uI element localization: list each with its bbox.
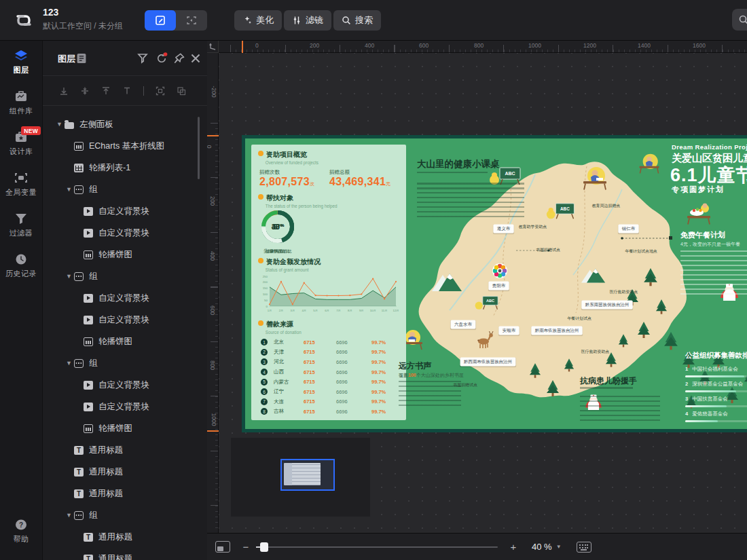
value-donations: 6715 — [304, 389, 336, 395]
search-button[interactable]: 搜索 — [333, 10, 381, 31]
value-donations: 6715 — [304, 409, 336, 415]
app-logo-icon[interactable] — [12, 10, 35, 31]
paragraph-placeholder — [580, 396, 660, 422]
paragraph-placeholder — [680, 250, 747, 295]
layer-tree-item[interactable]: ▼ 通用标题 — [43, 483, 207, 504]
svg-text:3月: 3月 — [291, 309, 295, 312]
align-bottom-icon[interactable] — [59, 86, 69, 96]
layer-tree-item[interactable]: ▼ 自定义背景块 — [43, 374, 207, 396]
zoom-in-button[interactable]: + — [509, 541, 518, 553]
text-align-icon[interactable] — [122, 86, 132, 96]
zoom-slider-handle[interactable] — [260, 542, 268, 552]
sidebar-item-help[interactable]: ? 帮助 — [0, 510, 42, 550]
sidebar-item-filters[interactable]: 过滤器 — [0, 204, 42, 244]
align-middle-icon[interactable] — [80, 86, 90, 96]
layer-tree-item[interactable]: ▼ 自定义背景块 — [43, 287, 207, 309]
layer-name: 通用标题 — [98, 531, 132, 543]
refresh-icon[interactable] — [156, 52, 168, 64]
search-label: 搜索 — [355, 14, 373, 26]
minimap-viewport-rect[interactable] — [280, 459, 335, 491]
layer-tree-item[interactable]: ▼ 组 — [43, 265, 207, 287]
layer-tree-item[interactable]: ▼ ECharts 基本折线图 — [43, 135, 207, 157]
filter-button[interactable]: 滤镜 — [284, 10, 331, 31]
layer-name: 轮播饼图 — [98, 249, 132, 261]
preview-mode-button[interactable] — [176, 10, 207, 31]
panel-scrollbar[interactable] — [198, 117, 200, 179]
ruler-corner-icon — [209, 43, 217, 50]
layer-tree-item[interactable]: ▼ 轮播饼图 — [43, 244, 207, 265]
layer-tree-item[interactable]: ▼ 通用标题 — [43, 461, 207, 483]
stat-block: 捐赠总额 43,469,341元 — [329, 169, 399, 188]
rank-badge: 8 — [261, 408, 268, 415]
project-title[interactable]: 123 — [43, 7, 58, 18]
layer-tree-item[interactable]: ▼ 左侧面板 — [43, 113, 207, 135]
magic-wand-icon — [242, 16, 252, 25]
expand-arrow-icon[interactable]: ▼ — [66, 273, 74, 280]
vertical-ruler[interactable]: -20002004006008001000 — [207, 53, 219, 533]
ranking-org-name: 中国社会福利基金会 — [692, 366, 738, 373]
layer-name: 自定义背景块 — [98, 379, 149, 391]
layer-name: 通用标题 — [98, 553, 132, 560]
zoom-level[interactable]: 40 % — [532, 542, 552, 552]
layer-name: 左侧面板 — [79, 119, 113, 130]
region-name: 天津 — [274, 349, 304, 356]
sidebar-item-layers[interactable]: 图层 — [0, 41, 42, 81]
sidebar-item-history[interactable]: 历史记录 — [0, 244, 42, 285]
layer-tree-item[interactable]: ▼ 自定义背景块 — [43, 396, 207, 417]
sidebar-item-global-variables[interactable]: 全局变量 — [0, 163, 42, 204]
layer-tree-item[interactable]: ▼ 轮播饼图 — [43, 417, 207, 439]
ruler-origin-toggle[interactable] — [207, 41, 219, 53]
close-panel-icon[interactable] — [189, 52, 202, 64]
expand-arrow-icon[interactable]: ▼ — [66, 186, 74, 193]
layer-tree-item[interactable]: ▼ 组 — [43, 504, 207, 526]
expand-arrow-icon[interactable]: ▼ — [66, 360, 74, 367]
layer-tree-item[interactable]: ▼ 通用标题 — [43, 526, 207, 548]
layer-tree-item[interactable]: ▼ 通用标题 — [43, 439, 207, 461]
section-title: 帮扶对象 — [258, 193, 346, 203]
layer-tree-item[interactable]: ▼ 组 — [43, 352, 207, 374]
layer-tree-item[interactable]: ▼ 通用标题 — [43, 548, 207, 560]
zoom-search-button[interactable] — [732, 9, 747, 31]
beautify-button[interactable]: 美化 — [234, 10, 282, 31]
table-row: 5 内蒙古 6715 6696 99.7% — [261, 377, 398, 387]
keyboard-shortcuts-icon[interactable] — [577, 542, 591, 553]
edit-mode-button[interactable] — [145, 10, 176, 31]
group-icon[interactable] — [156, 86, 165, 96]
ranking-org-name: 中国扶贫基金会 — [692, 396, 728, 403]
layer-type-icon — [74, 359, 84, 368]
section-title: 资助金额发放情况 — [258, 257, 321, 267]
zoom-out-button[interactable]: − — [241, 541, 251, 553]
zoom-slider[interactable] — [256, 546, 498, 548]
align-top-icon[interactable] — [101, 86, 111, 96]
layer-tree-item[interactable]: ▼ 轮播饼图 — [43, 331, 207, 352]
layer-filter-icon[interactable] — [136, 52, 149, 64]
sidebar-item-components[interactable]: 组件库 — [0, 81, 42, 122]
expand-arrow-icon[interactable]: ▼ — [66, 512, 74, 519]
ungroup-icon[interactable] — [177, 86, 186, 96]
layer-list-doc-icon[interactable] — [75, 52, 88, 64]
horizontal-ruler[interactable]: 020040060080010001200140016001800 — [219, 41, 747, 53]
ruler-tick-label: 600 — [209, 305, 216, 315]
map-city-label: 遵义市 — [493, 225, 513, 234]
search-icon — [342, 16, 351, 25]
table-row: 8 吉林 6715 6696 99.7% — [261, 407, 398, 417]
layers-icon — [14, 50, 29, 62]
canvas-viewport[interactable]: ABC ABC ABC — [219, 53, 747, 533]
layer-tree-item[interactable]: ▼ 组 — [43, 179, 207, 200]
layer-tree-item[interactable]: ▼ 自定义背景块 — [43, 200, 207, 222]
sidebar-label: 过滤器 — [10, 228, 33, 238]
layer-tree-item[interactable]: ▼ 自定义背景块 — [43, 309, 207, 331]
zoom-dropdown-caret-icon[interactable]: ▼ — [556, 544, 562, 550]
layer-tree-item[interactable]: ▼ 自定义背景块 — [43, 222, 207, 244]
layer-tree-item[interactable]: ▼ 轮播列表-1 — [43, 157, 207, 179]
layer-type-icon — [74, 142, 84, 151]
minimap-toggle-icon[interactable] — [215, 541, 230, 553]
artboard[interactable]: ABC ABC ABC — [242, 135, 747, 432]
sidebar-item-design-library[interactable]: 设计库 NEW — [0, 122, 42, 163]
expand-arrow-icon[interactable]: ▼ — [56, 121, 65, 128]
pin-icon[interactable] — [173, 52, 185, 64]
value-rate: 99.7% — [371, 339, 386, 346]
breadcrumb[interactable]: 默认工作空间 / 未分组 — [43, 20, 123, 32]
value-donations: 6715 — [304, 379, 336, 385]
layer-tree: ▼ 左侧面板 ▼ ECharts 基本折线图 ▼ 轮播列表-1 ▼ 组 ▼ 自定… — [43, 106, 207, 560]
